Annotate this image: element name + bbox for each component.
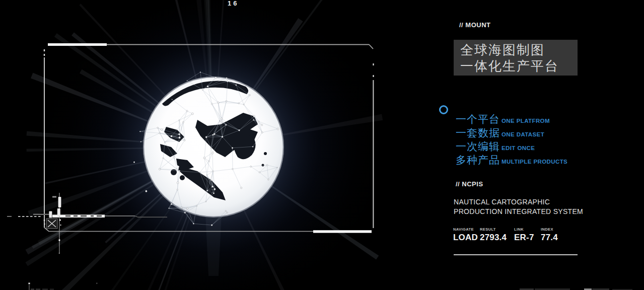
feature-item-edit-once: 一次编辑EDIT ONCE <box>456 139 567 153</box>
presentation-frame: 16 // MOUNT 全球海图制图 一体化生产平台 一个平台ONE PLATF… <box>0 0 644 290</box>
feature-en: MULTIPLE PRODUCTS <box>502 159 567 165</box>
title-line-1: 全球海图制图 <box>460 42 578 58</box>
system-name-line-1: NAUTICAL CARTOGRAPHIC <box>454 197 583 207</box>
feature-item-one-dataset: 一套数据ONE DATASET <box>456 126 567 139</box>
feature-zh: 一次编辑 <box>456 140 500 152</box>
feature-zh: 一个平台 <box>456 113 500 125</box>
stat-index: INDEX 77.4 <box>541 227 558 243</box>
stats-row: NAVIGATE LOAD RESULT 2793.4 LINK ER-7 IN… <box>453 227 558 243</box>
feature-item-multiple-products: 多种产品MULTIPLE PRODUCTS <box>456 153 567 167</box>
feature-item-one-platform: 一个平台ONE PLATFROM <box>456 112 567 126</box>
feature-en: ONE DATASET <box>502 131 544 137</box>
stat-navigate: NAVIGATE LOAD <box>453 227 480 243</box>
title-box: 全球海图制图 一体化生产平台 <box>454 40 578 76</box>
frame-counter: 16 <box>228 0 239 7</box>
x-marker-box <box>46 219 57 229</box>
ncpis-section-label: // NCPIS <box>456 180 483 188</box>
panel-divider <box>454 254 578 255</box>
title-line-2: 一体化生产平台 <box>460 58 578 74</box>
feature-list: 一个平台ONE PLATFROM 一套数据ONE DATASET 一次编辑EDI… <box>456 112 567 167</box>
system-name-line-2: PRODUCTION INTEGRATED SYSTEM <box>454 207 583 216</box>
mount-section-label: // MOUNT <box>459 21 491 29</box>
feature-en: EDIT ONCE <box>502 145 535 151</box>
ring-bullet-icon <box>439 105 448 114</box>
feature-zh: 多种产品 <box>456 154 500 166</box>
bottom-edge-marks <box>29 283 633 290</box>
stat-result: RESULT 2793.4 <box>480 227 514 243</box>
feature-en: ONE PLATFROM <box>502 118 550 124</box>
feature-zh: 一套数据 <box>456 127 500 138</box>
system-name: NAUTICAL CARTOGRAPHIC PRODUCTION INTEGRA… <box>454 197 583 216</box>
stat-link: LINK ER-7 <box>514 227 541 243</box>
